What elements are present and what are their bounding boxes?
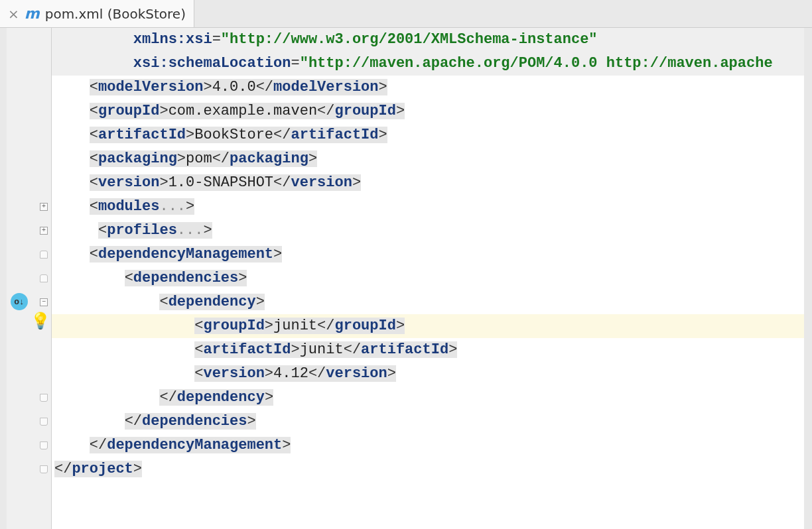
code-line: </dependencies> [52, 410, 812, 434]
code-line: </project> [52, 457, 812, 481]
vertical-scrollbar[interactable] [804, 28, 812, 529]
code-line: </dependencyManagement> [52, 434, 812, 457]
code-line: <dependencies> [52, 266, 812, 290]
fold-open-icon[interactable] [7, 243, 52, 266]
code-area[interactable]: xmlns:xsi="http://www.w3.org/2001/XMLSch… [52, 28, 812, 529]
editor-wrap: + + − o↓ 💡 xmlns:xsi="http://www.w3.org/… [0, 28, 812, 529]
code-line: <version>4.12</version> [52, 362, 812, 386]
code-line: xmlns:xsi="http://www.w3.org/2001/XMLSch… [52, 28, 812, 52]
fold-expand-icon[interactable]: + [7, 219, 52, 243]
code-line: <version>1.0-SNAPSHOT</version> [52, 171, 812, 195]
code-line: <dependency> [52, 290, 812, 314]
gutter: + + − o↓ 💡 [7, 28, 52, 529]
tab-bar: × m pom.xml (BookStore) [0, 0, 812, 28]
fold-close-icon[interactable] [7, 434, 52, 457]
code-line-highlighted: <groupId>junit</groupId> [52, 314, 812, 338]
code-line: <modules...> [52, 195, 812, 219]
tab-title: pom.xml (BookStore) [45, 6, 186, 22]
code-line: <artifactId>BookStore</artifactId> [52, 123, 812, 147]
close-icon[interactable]: × [8, 6, 19, 22]
code-line: <packaging>pom</packaging> [52, 147, 812, 171]
code-line: <groupId>com.example.maven</groupId> [52, 99, 812, 123]
code-line: xsi:schemaLocation="http://maven.apache.… [52, 52, 812, 76]
fold-expand-icon[interactable]: + [7, 195, 52, 219]
fold-close-icon[interactable] [7, 457, 52, 481]
editor-tab[interactable]: × m pom.xml (BookStore) [0, 0, 194, 27]
fold-open-icon[interactable] [7, 266, 52, 290]
code-line: <artifactId>junit</artifactId> [52, 338, 812, 362]
fold-close-icon[interactable] [7, 410, 52, 434]
maven-file-icon: m [25, 5, 40, 22]
code-line: </dependency> [52, 386, 812, 410]
dependency-analyzer-icon[interactable]: o↓ [11, 293, 28, 310]
tool-strip [0, 28, 7, 529]
code-line: <profiles...> [52, 219, 812, 243]
intention-bulb-icon[interactable]: 💡 [31, 312, 50, 331]
code-line: <modelVersion>4.0.0</modelVersion> [52, 76, 812, 99]
fold-close-icon[interactable] [7, 386, 52, 410]
code-line: <dependencyManagement> [52, 243, 812, 266]
